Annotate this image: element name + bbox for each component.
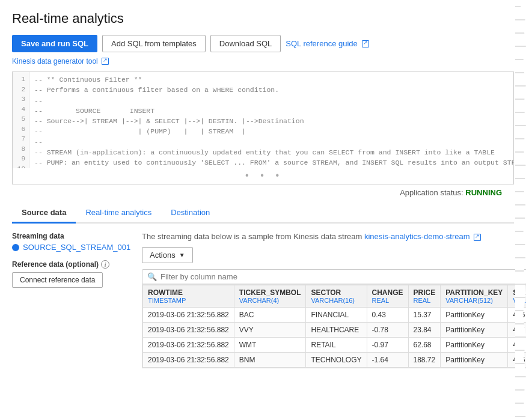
col-ticker: TICKER_SYMBOL VARCHAR(4) bbox=[234, 285, 306, 308]
tabs: Source data Real-time analytics Destinat… bbox=[12, 203, 514, 224]
table-row: 2019-03-06 21:32:56.882 WMT RETAIL -0.97… bbox=[143, 338, 527, 353]
kinesis-stream-link[interactable]: kinesis-analytics-demo-stream bbox=[364, 232, 481, 241]
table-header-row: ROWTIME TIMESTAMP TICKER_SYMBOL VARCHAR(… bbox=[143, 285, 527, 308]
code-content[interactable]: -- ** Continuous Filter ** -- Performs a… bbox=[29, 72, 513, 168]
left-panel: Streaming data SOURCE_SQL_STREAM_001 Ref… bbox=[12, 232, 132, 368]
code-editor-inner: 12345678910111213 -- ** Continuous Filte… bbox=[13, 72, 513, 168]
table-row: 2019-03-06 21:32:56.882 BAC FINANCIAL 0.… bbox=[143, 308, 527, 323]
line-numbers: 12345678910111213 bbox=[13, 72, 29, 168]
table-body: 2019-03-06 21:32:56.882 BAC FINANCIAL 0.… bbox=[143, 308, 527, 368]
kinesis-generator-link[interactable]: Kinesis data generator tool bbox=[12, 57, 514, 65]
tab-source-data[interactable]: Source data bbox=[12, 203, 76, 224]
table-row: 2019-03-06 21:32:56.882 BNM TECHNOLOGY -… bbox=[143, 353, 527, 368]
filter-bar: 🔍 bbox=[142, 269, 526, 284]
col-price: PRICE REAL bbox=[408, 285, 441, 308]
dropdown-arrow-icon: ▼ bbox=[179, 252, 185, 258]
scroll-dots: • • • bbox=[13, 168, 513, 184]
table-header: ROWTIME TIMESTAMP TICKER_SYMBOL VARCHAR(… bbox=[143, 285, 527, 308]
streaming-data-label: Streaming data bbox=[12, 232, 132, 240]
filter-input[interactable] bbox=[161, 272, 526, 281]
table-row: 2019-03-06 21:32:56.882 VVY HEALTHCARE -… bbox=[143, 323, 527, 338]
page-wrapper: Real-time analytics Save and run SQL Add… bbox=[0, 0, 526, 420]
col-change: CHANGE REAL bbox=[367, 285, 408, 308]
code-editor[interactable]: 12345678910111213 -- ** Continuous Filte… bbox=[12, 72, 514, 184]
radio-dot bbox=[12, 244, 19, 251]
reference-guide-button[interactable]: SQL reference guide bbox=[286, 35, 369, 52]
streaming-info: The streaming data below is a sample fro… bbox=[142, 232, 526, 241]
table-scroll-wrapper: ROWTIME TIMESTAMP TICKER_SYMBOL VARCHAR(… bbox=[142, 284, 526, 368]
stream-radio-item[interactable]: SOURCE_SQL_STREAM_001 bbox=[12, 243, 132, 252]
data-table: ROWTIME TIMESTAMP TICKER_SYMBOL VARCHAR(… bbox=[142, 285, 526, 368]
tab-realtime-analytics[interactable]: Real-time analytics bbox=[76, 203, 161, 224]
external-link-icon bbox=[362, 40, 369, 47]
actions-button[interactable]: Actions ▼ bbox=[142, 247, 193, 263]
col-partition: PARTITION_KEY VARCHAR(512) bbox=[441, 285, 508, 308]
kinesis-external-icon bbox=[102, 58, 109, 65]
add-template-button[interactable]: Add SQL from templates bbox=[102, 35, 206, 52]
toolbar: Save and run SQL Add SQL from templates … bbox=[12, 35, 514, 52]
reference-data-section: Reference data (optional) i Connect refe… bbox=[12, 260, 132, 288]
right-panel: The streaming data below is a sample fro… bbox=[142, 232, 526, 368]
tab-destination[interactable]: Destination bbox=[161, 203, 219, 224]
actions-bar: Actions ▼ bbox=[142, 247, 526, 263]
connect-reference-button[interactable]: Connect reference data bbox=[12, 272, 103, 288]
reference-data-label: Reference data (optional) i bbox=[12, 260, 132, 269]
page-title: Real-time analytics bbox=[12, 11, 514, 26]
app-status: Application status: RUNNING bbox=[12, 188, 514, 197]
col-sector: SECTOR VARCHAR(16) bbox=[306, 285, 367, 308]
info-icon: i bbox=[101, 260, 109, 269]
col-se: SE... VA... bbox=[508, 285, 526, 308]
col-rowtime: ROWTIME TIMESTAMP bbox=[143, 285, 234, 308]
stream-external-icon bbox=[474, 234, 481, 241]
save-run-button[interactable]: Save and run SQL bbox=[12, 35, 97, 52]
content-area: Streaming data SOURCE_SQL_STREAM_001 Ref… bbox=[12, 232, 514, 368]
streaming-data-section: Streaming data SOURCE_SQL_STREAM_001 bbox=[12, 232, 132, 252]
download-button[interactable]: Download SQL bbox=[210, 35, 281, 52]
search-icon: 🔍 bbox=[147, 272, 157, 281]
